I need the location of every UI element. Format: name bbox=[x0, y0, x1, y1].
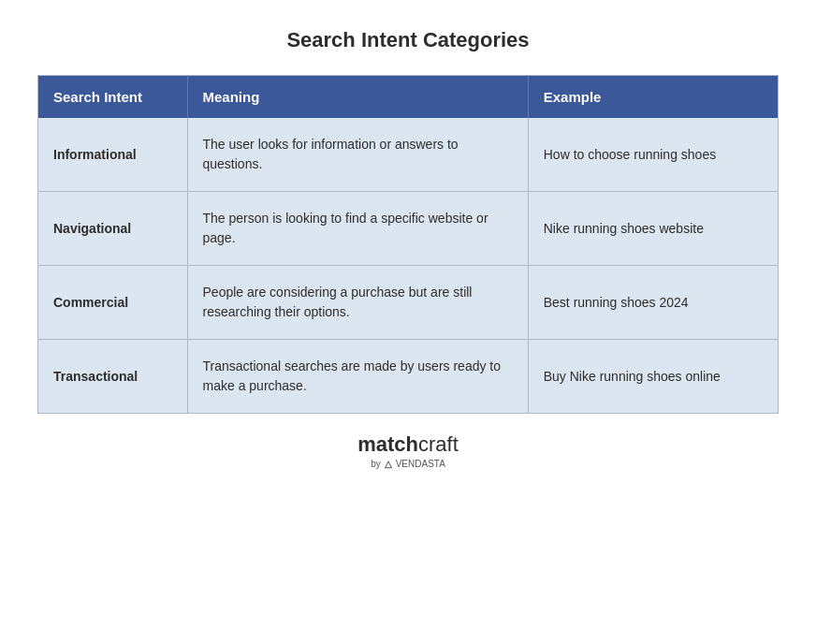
header-example: Example bbox=[528, 76, 778, 118]
brand-by: by bbox=[371, 459, 381, 469]
cell-intent: Informational bbox=[38, 118, 187, 192]
brand-light: craft bbox=[418, 432, 459, 456]
footer: matchcraft by △ VENDASTA bbox=[357, 432, 459, 469]
cell-intent: Commercial bbox=[38, 266, 187, 340]
search-intent-table: Search Intent Meaning Example Informatio… bbox=[37, 75, 779, 414]
cell-intent: Transactional bbox=[38, 340, 187, 414]
table-body: InformationalThe user looks for informat… bbox=[38, 118, 778, 413]
cell-example: Buy Nike running shoes online bbox=[528, 340, 778, 414]
vendasta-z-icon: △ bbox=[385, 459, 392, 469]
cell-meaning: People are considering a purchase but ar… bbox=[187, 266, 528, 340]
header-intent: Search Intent bbox=[38, 76, 187, 118]
table-row: CommercialPeople are considering a purch… bbox=[38, 266, 778, 340]
brand-sub: by △ VENDASTA bbox=[371, 459, 445, 469]
table-row: NavigationalThe person is looking to fin… bbox=[38, 192, 778, 266]
brand-vendasta: VENDASTA bbox=[396, 459, 445, 469]
brand-logo: matchcraft bbox=[357, 432, 459, 457]
cell-example: Best running shoes 2024 bbox=[528, 266, 778, 340]
table-row: TransactionalTransactional searches are … bbox=[38, 340, 778, 414]
cell-example: How to choose running shoes bbox=[528, 118, 778, 192]
cell-meaning: Transactional searches are made by users… bbox=[187, 340, 528, 414]
cell-meaning: The user looks for information or answer… bbox=[187, 118, 528, 192]
page-title: Search Intent Categories bbox=[286, 28, 529, 52]
header-meaning: Meaning bbox=[187, 76, 528, 118]
cell-intent: Navigational bbox=[38, 192, 187, 266]
table-header: Search Intent Meaning Example bbox=[38, 76, 778, 118]
cell-example: Nike running shoes website bbox=[528, 192, 778, 266]
brand-bold: match bbox=[357, 432, 418, 456]
cell-meaning: The person is looking to find a specific… bbox=[187, 192, 528, 266]
table-row: InformationalThe user looks for informat… bbox=[38, 118, 778, 192]
